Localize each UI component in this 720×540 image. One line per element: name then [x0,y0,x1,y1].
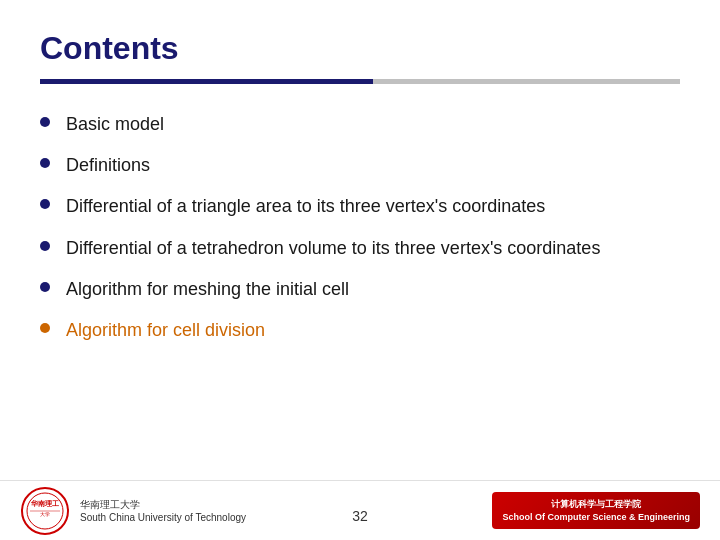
divider-blue [40,79,373,84]
svg-text:华南理工: 华南理工 [30,499,59,507]
list-item-text: Definitions [66,153,150,178]
list-item: Differential of a tetrahedron volume to … [40,236,680,261]
list-item: Differential of a triangle area to its t… [40,194,680,219]
bullet-icon [40,241,50,251]
university-logo-icon: 华南理工 大学 [20,486,70,536]
university-text: 华南理工大学 South China University of Technol… [80,498,246,524]
list-item-text: Algorithm for cell division [66,318,265,343]
list-item-text: Differential of a triangle area to its t… [66,194,545,219]
list-item: Definitions [40,153,680,178]
slide-title: Contents [40,30,680,67]
list-item: Basic model [40,112,680,137]
list-item-highlight: Algorithm for cell division [40,318,680,343]
footer: 华南理工 大学 华南理工大学 South China University of… [0,480,720,540]
svg-text:大学: 大学 [40,511,50,517]
school-badge: 计算机科学与工程学院 School Of Computer Science & … [492,492,700,529]
university-name-cn: 华南理工大学 [80,498,246,511]
content-list: Basic model Definitions Differential of … [40,112,680,343]
bullet-icon [40,199,50,209]
bullet-icon [40,158,50,168]
bullet-icon [40,323,50,333]
footer-right: 计算机科学与工程学院 School Of Computer Science & … [492,492,700,529]
slide: Contents Basic model Definitions Differe… [0,0,720,540]
list-item-text: Differential of a tetrahedron volume to … [66,236,600,261]
divider-light [373,79,680,84]
bullet-icon [40,282,50,292]
page-number: 32 [352,508,368,524]
list-item-text: Algorithm for meshing the initial cell [66,277,349,302]
list-item-text: Basic model [66,112,164,137]
bullet-icon [40,117,50,127]
list-item: Algorithm for meshing the initial cell [40,277,680,302]
divider [40,79,680,84]
school-name-cn: 计算机科学与工程学院 [502,498,690,511]
university-name-en: South China University of Technology [80,511,246,524]
footer-left: 华南理工 大学 华南理工大学 South China University of… [20,486,246,536]
school-name-en: School Of Computer Science & Engineering [502,511,690,524]
